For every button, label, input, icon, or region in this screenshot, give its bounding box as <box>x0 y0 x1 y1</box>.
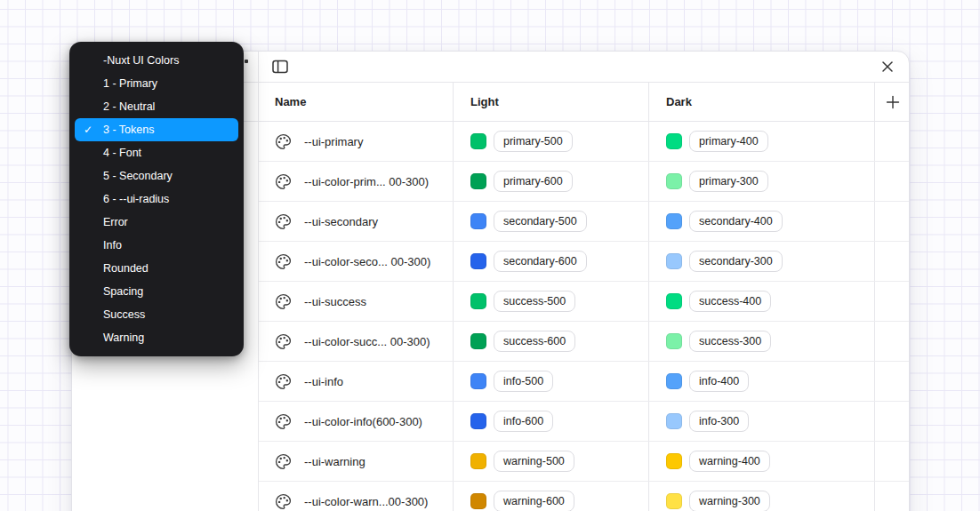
menu-item[interactable]: Info <box>75 234 238 257</box>
menu-item-label: Success <box>103 308 145 321</box>
variable-name-cell[interactable]: --ui-warning <box>258 442 453 481</box>
light-value-chip[interactable]: warning-600 <box>494 491 574 511</box>
dark-value-label: warning-300 <box>699 495 760 507</box>
menu-item[interactable]: 1 - Primary <box>75 72 238 95</box>
row-actions-cell <box>874 202 911 241</box>
light-value-chip[interactable]: secondary-600 <box>494 251 587 272</box>
variable-name: --ui-color-prim... 00-300) <box>304 175 429 188</box>
variable-name-cell[interactable]: --ui-color-seco... 00-300) <box>258 242 453 281</box>
menu-item-label: 5 - Secondary <box>103 170 173 182</box>
column-header-dark: Dark <box>648 83 874 121</box>
palette-icon <box>275 333 292 350</box>
variable-name-cell[interactable]: --ui-success <box>258 282 453 321</box>
dark-value-label: success-400 <box>699 295 761 307</box>
light-value-label: info-600 <box>503 415 543 427</box>
dark-value-label: secondary-300 <box>699 255 773 267</box>
palette-icon <box>275 373 292 390</box>
check-icon: ✓ <box>84 118 92 141</box>
menu-item-label: 6 - --ui-radius <box>103 193 169 205</box>
menu-item-label: 4 - Font <box>103 147 141 159</box>
row-actions-cell <box>874 282 911 321</box>
light-color-swatch <box>470 333 486 349</box>
menu-item[interactable]: 2 - Neutral <box>75 95 238 118</box>
dark-color-swatch <box>666 453 682 469</box>
light-value-chip[interactable]: info-600 <box>494 411 553 432</box>
dark-value-chip[interactable]: info-300 <box>689 411 749 432</box>
add-mode-button[interactable] <box>874 83 911 121</box>
light-value-chip[interactable]: primary-500 <box>494 131 573 152</box>
light-value-cell: primary-600 <box>453 162 648 201</box>
dark-value-chip[interactable]: warning-300 <box>689 491 770 511</box>
light-color-swatch <box>470 493 486 509</box>
dark-value-chip[interactable]: secondary-400 <box>689 211 783 232</box>
menu-item[interactable]: 5 - Secondary <box>75 164 238 188</box>
table-row: --ui-color-seco... 00-300) secondary-600… <box>258 242 909 282</box>
dark-value-cell: success-400 <box>648 282 874 321</box>
menu-item[interactable]: -Nuxt UI Colors <box>75 49 238 72</box>
dark-color-swatch <box>666 493 682 509</box>
variable-name-cell[interactable]: --ui-color-prim... 00-300) <box>258 162 453 201</box>
menu-item-label: -Nuxt UI Colors <box>103 54 179 67</box>
variable-name-cell[interactable]: --ui-color-info(600-300) <box>258 402 453 441</box>
variable-name-cell[interactable]: --ui-primary <box>258 122 453 161</box>
menu-item[interactable]: Spacing <box>75 280 238 303</box>
table-row: --ui-color-prim... 00-300) primary-600 p… <box>258 162 909 202</box>
menu-item[interactable]: Rounded <box>75 257 238 280</box>
dark-color-swatch <box>666 293 682 309</box>
column-header-light: Light <box>453 83 648 121</box>
palette-icon <box>275 213 292 230</box>
row-actions-cell <box>874 362 911 401</box>
collections-menu: -Nuxt UI Colors 1 - Primary 2 - Neutral … <box>69 42 244 356</box>
light-value-chip[interactable]: primary-600 <box>494 171 573 192</box>
dark-value-chip[interactable]: secondary-300 <box>689 251 783 272</box>
light-value-chip[interactable]: success-500 <box>494 291 575 312</box>
table-row: --ui-color-info(600-300) info-600 info-3… <box>258 402 909 442</box>
menu-item[interactable]: ✓ 3 - Tokens <box>75 118 238 141</box>
menu-item-label: 1 - Primary <box>103 77 157 90</box>
palette-icon <box>275 493 292 510</box>
palette-icon <box>275 133 292 150</box>
dark-value-chip[interactable]: success-400 <box>689 291 771 312</box>
menu-item[interactable]: Warning <box>75 326 238 349</box>
sidebar-toggle-button[interactable] <box>269 56 291 77</box>
light-value-chip[interactable]: success-600 <box>494 331 575 352</box>
variable-name: --ui-color-succ... 00-300) <box>304 335 430 348</box>
variable-name-cell[interactable]: --ui-secondary <box>258 202 453 241</box>
variable-name-cell[interactable]: --ui-color-warn...00-300) <box>258 482 453 511</box>
dark-value-chip[interactable]: warning-400 <box>689 451 770 472</box>
close-panel-button[interactable] <box>877 56 898 77</box>
dark-value-label: primary-400 <box>699 135 759 148</box>
table-row: --ui-info info-500 info-400 <box>258 362 909 402</box>
light-value-chip[interactable]: secondary-500 <box>494 211 587 232</box>
row-actions-cell <box>874 482 911 511</box>
variable-name-cell[interactable]: --ui-info <box>258 362 453 401</box>
dark-value-chip[interactable]: info-400 <box>689 371 749 392</box>
dark-value-label: success-300 <box>699 335 761 347</box>
figma-canvas: Name Light Dark <box>0 0 980 511</box>
dark-value-chip[interactable]: success-300 <box>689 331 771 352</box>
dark-color-swatch <box>666 413 682 429</box>
variable-name: --ui-color-warn...00-300) <box>304 495 428 508</box>
variable-name: --ui-secondary <box>304 215 378 228</box>
dark-color-swatch <box>666 333 682 349</box>
sidebar-divider <box>258 52 259 511</box>
row-actions-cell <box>874 242 911 281</box>
dark-value-chip[interactable]: primary-300 <box>689 171 768 192</box>
light-value-label: primary-500 <box>503 135 563 148</box>
dark-value-label: info-400 <box>699 375 739 387</box>
menu-item[interactable]: Error <box>75 211 238 234</box>
menu-item[interactable]: 6 - --ui-radius <box>75 188 238 211</box>
dark-value-cell: success-300 <box>648 322 874 361</box>
row-actions-cell <box>874 162 911 201</box>
light-value-chip[interactable]: warning-500 <box>494 451 574 472</box>
menu-item[interactable]: 4 - Font <box>75 141 238 164</box>
menu-item[interactable]: Success <box>75 303 238 326</box>
dark-value-label: primary-300 <box>699 175 759 188</box>
variable-name-cell[interactable]: --ui-color-succ... 00-300) <box>258 322 453 361</box>
menu-item-label: Spacing <box>103 285 143 298</box>
light-value-cell: secondary-500 <box>453 202 648 241</box>
dark-value-chip[interactable]: primary-400 <box>689 131 768 152</box>
light-value-chip[interactable]: info-500 <box>494 371 553 392</box>
light-color-swatch <box>470 293 486 309</box>
dark-value-cell: warning-400 <box>648 442 874 481</box>
